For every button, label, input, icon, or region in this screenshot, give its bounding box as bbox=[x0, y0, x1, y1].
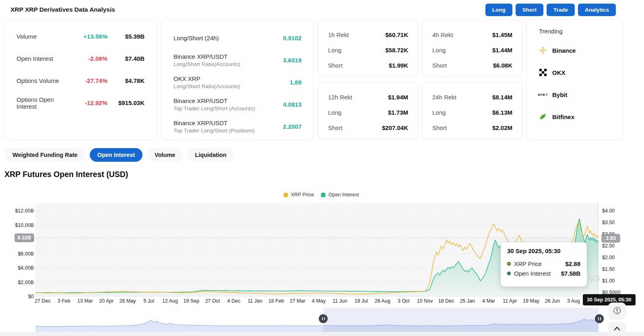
x-axis-tick: 27 Mar bbox=[290, 298, 305, 304]
stat-label: Options Volume bbox=[17, 77, 63, 84]
tooltip-series-value: $2.88 bbox=[565, 260, 580, 267]
ratio-value: 2.2007 bbox=[283, 123, 301, 130]
trending-item-label: Bybit bbox=[552, 91, 568, 98]
stat-change: -12.92% bbox=[63, 99, 107, 106]
y-axis-left-tick: $12.00B bbox=[8, 208, 34, 214]
y-axis-left-tick: $4.00B bbox=[8, 265, 34, 271]
trending-item-bybit[interactable]: BYBIT Bybit bbox=[539, 84, 623, 105]
tooltip-row-xrp-price: XRP Price $2.88 bbox=[507, 259, 580, 268]
rekt-total-value: $1.94M bbox=[388, 94, 408, 101]
x-axis-tick: 18 Feb bbox=[268, 298, 284, 304]
x-axis-tick: 18 Dec bbox=[438, 298, 454, 304]
chart-section-title: XRP Futures Open Interest (USD) bbox=[4, 170, 128, 179]
rekt-long-label: Long bbox=[432, 109, 492, 116]
stat-change: -2.08% bbox=[63, 55, 107, 62]
y-axis-right-tick: $1.50 bbox=[602, 266, 615, 272]
tooltip-marker-open-interest bbox=[507, 272, 511, 275]
trending-title: Trending bbox=[539, 28, 623, 39]
app-header: XRP XRP Derivatives Data Analysis Long S… bbox=[0, 0, 644, 19]
legend-item-open-interest[interactable]: Open Interest bbox=[321, 192, 359, 198]
trade-button[interactable]: Trade bbox=[547, 4, 575, 16]
ratio-row: Binance XRP/USDT Top Trader Long/Short (… bbox=[161, 115, 313, 138]
ratio-title: Binance XRP/USDT bbox=[173, 97, 283, 104]
navigator-handle-left[interactable] bbox=[319, 314, 328, 323]
chevron-up-icon bbox=[613, 326, 621, 332]
trending-card: Trending Binance OKX BYBIT bbox=[526, 19, 623, 140]
tooltip-series-value: $7.58B bbox=[561, 270, 580, 277]
rekt-long-value: $58.72K bbox=[385, 47, 408, 54]
ratio-title: Long/Short (24h) bbox=[173, 35, 219, 41]
x-axis-tick: 20 Apr bbox=[99, 298, 114, 304]
alert-badge-button[interactable] bbox=[608, 303, 626, 320]
navigator-scrollbar-track[interactable] bbox=[0, 332, 644, 336]
navigator-chart-svg[interactable] bbox=[35, 308, 599, 333]
legend-marker-xrp-price bbox=[284, 193, 288, 197]
y-axis-right-tick: $2.00 bbox=[602, 255, 615, 260]
tab-liquidation[interactable]: Liquidation bbox=[187, 148, 234, 162]
x-axis-tick: 4 Dec bbox=[227, 298, 241, 304]
tooltip-row-open-interest: Open Interest $7.58B bbox=[507, 268, 580, 278]
rekt-short-value: $2.02M bbox=[492, 124, 512, 131]
x-axis-tick: 3 Aug bbox=[567, 298, 580, 304]
ratio-title: Binance XRP/USDT bbox=[173, 53, 283, 60]
trending-item-okx[interactable]: OKX bbox=[539, 62, 623, 83]
stat-label: Volume bbox=[17, 33, 63, 40]
collapse-button[interactable] bbox=[608, 322, 626, 336]
long-button[interactable]: Long bbox=[485, 4, 512, 16]
trending-item-bitfinex[interactable]: Bitfinex bbox=[539, 106, 623, 128]
ratio-value: 1.89 bbox=[290, 79, 301, 86]
chart-tooltip: 30 Sep 2025, 05:30 XRP Price $2.88 Open … bbox=[501, 242, 587, 287]
x-axis-tick: 11 Jun bbox=[332, 298, 347, 304]
rekt-total-value: $60.71K bbox=[385, 31, 408, 38]
rekt-short-label: Short bbox=[328, 124, 382, 131]
rekt-card-4h: 4h Rekt$1.45M Long$1.44M Short$6.08K bbox=[422, 20, 522, 76]
analytics-button[interactable]: Analytics bbox=[578, 4, 616, 16]
tab-open-interest[interactable]: Open Interest bbox=[90, 148, 142, 162]
ratio-title: OKX XRP bbox=[173, 75, 290, 82]
rekt-period-label: 24h Rekt bbox=[432, 94, 492, 101]
legend-label: Open Interest bbox=[328, 192, 359, 198]
short-button[interactable]: Short bbox=[516, 4, 543, 16]
seal-exclamation-icon bbox=[613, 306, 621, 316]
pause-bar-icon bbox=[324, 317, 325, 320]
tab-volume[interactable]: Volume bbox=[147, 148, 183, 162]
stat-value: $915.03K bbox=[107, 99, 144, 106]
legend-marker-open-interest bbox=[321, 193, 326, 197]
y-axis-left-tick: $10.00B bbox=[8, 223, 34, 228]
rekt-long-label: Long bbox=[328, 109, 388, 116]
ratio-subtitle: Top Trader Long/Short (Positions) bbox=[173, 128, 283, 134]
pause-bar-icon bbox=[600, 317, 601, 320]
stat-row-options-open-interest: Options Open Interest -12.92% $915.03K bbox=[4, 92, 157, 114]
x-axis-tick: 10 Nov bbox=[417, 298, 433, 304]
rekt-short-label: Short bbox=[432, 62, 493, 69]
y-axis-right-tick: $3.50 bbox=[602, 220, 615, 225]
chart-legend: XRP Price Open Interest bbox=[284, 192, 359, 198]
navigator-handle-right[interactable] bbox=[595, 314, 604, 323]
x-axis-tick: 28 May bbox=[120, 298, 136, 304]
trending-item-binance[interactable]: Binance bbox=[539, 39, 623, 61]
rekt-long-value: $1.73M bbox=[388, 109, 408, 116]
rekt-long-label: Long bbox=[432, 47, 492, 54]
ratio-subtitle: Top Trader Long/Short (Accounts) bbox=[173, 105, 283, 111]
x-axis-tick: 26 Aug bbox=[375, 298, 390, 304]
rekt-long-label: Long bbox=[328, 47, 385, 54]
x-axis-tick: 27 Oct bbox=[205, 298, 220, 304]
x-axis-tick: 25 Jan bbox=[460, 298, 475, 304]
chart-tabs: Weighted Funding Rate Open Interest Volu… bbox=[5, 148, 234, 162]
app-window: XRP XRP Derivatives Data Analysis Long S… bbox=[0, 0, 644, 336]
rekt-period-label: 4h Rekt bbox=[432, 31, 492, 38]
stat-label: Options Open Interest bbox=[17, 96, 63, 110]
x-axis-tick: 19 May bbox=[523, 298, 539, 304]
legend-item-xrp-price[interactable]: XRP Price bbox=[284, 192, 314, 198]
rekt-card-12h: 12h Rekt$1.94M Long$1.73M Short$207.04K bbox=[318, 82, 418, 139]
ratio-row: Long/Short (24h) 0.9102 bbox=[161, 27, 313, 49]
x-axis-tick: 3 Feb bbox=[58, 298, 70, 304]
stat-value: $4.78K bbox=[107, 77, 144, 84]
stat-row-volume: Volume +13.56% $5.39B bbox=[4, 25, 157, 47]
x-axis-tick: 13 Mar bbox=[77, 298, 93, 304]
stat-change: -27.74% bbox=[63, 77, 107, 84]
trending-item-label: Bitfinex bbox=[552, 113, 574, 120]
tab-weighted-funding-rate[interactable]: Weighted Funding Rate bbox=[5, 148, 85, 162]
stat-change: +13.56% bbox=[63, 33, 107, 40]
rekt-short-value: $1.99K bbox=[389, 62, 408, 69]
